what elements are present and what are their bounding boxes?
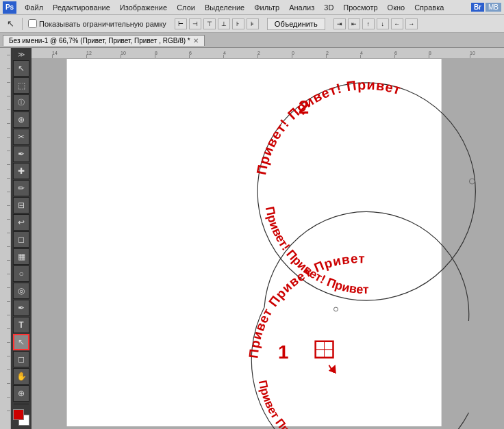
ruler-tick [7,356,10,356]
ruler-tick [7,68,10,69]
ruler-tick [7,369,10,370]
align-left-icon[interactable]: ⊢ [175,18,187,29]
ruler-tick [7,315,10,315]
ruler-label: 10 [470,51,475,55]
blur-tool[interactable]: ○ [13,265,29,282]
ps-logo: Ps [3,1,16,14]
ruler-tick [155,55,155,58]
dist-r-icon[interactable]: → [405,18,418,29]
zoom-tool[interactable]: ⊕ [13,385,29,402]
ruler-tick [7,123,10,124]
canvas-svg: 2 Привет! Привет! Привет Привет! Привет!… [32,59,504,429]
align-top-icon[interactable]: ⊥ [218,18,230,29]
doc-tab-close[interactable]: ✕ [193,37,199,44]
doc-tab[interactable]: Без имени-1 @ 66,7% (Привет, Привет, При… [3,35,205,46]
shape-tool[interactable]: ◻ [13,351,29,367]
ruler-tick [7,96,10,96]
dist-v-icon[interactable]: ⇤ [348,18,360,29]
ruler-tick [326,55,327,58]
unite-button[interactable]: Объединить [267,18,325,30]
ruler-tick [394,55,395,58]
ruler-tick [7,301,10,302]
ruler-top: 14 12 10 8 6 4 2 0 2 4 6 8 10 [32,48,504,59]
eyedropper-tool[interactable]: ✒ [13,146,29,162]
foreground-color-swatch[interactable] [13,409,24,420]
menu-3d[interactable]: 3D [320,2,338,13]
path-select-tool[interactable]: ↖ [13,334,29,350]
align-center-icon[interactable]: ⊣ [189,18,201,29]
ruler-tick [470,55,470,58]
ruler-tick [429,55,429,58]
align-bottom-icon[interactable]: ⊧ [247,18,259,29]
lasso-tool[interactable]: ⓛ [13,94,29,111]
arrow-tool-icon: ↖ [4,18,16,30]
ruler-label: 12 [86,51,92,55]
move-tool[interactable]: ↖ [13,60,29,77]
menu-select[interactable]: Выделение [201,2,249,13]
eraser-tool[interactable]: ◻ [13,231,29,248]
menu-view[interactable]: Просмотр [339,2,381,13]
ruler-tick [7,260,10,261]
menu-image[interactable]: Изображение [116,2,171,13]
menu-edit[interactable]: Редактирование [49,2,114,13]
history-brush-tool[interactable]: ↩ [13,214,29,231]
ruler-tick [7,205,10,206]
ruler-tick [7,137,10,138]
ruler-tick [7,383,10,384]
ruler-tick [360,55,361,58]
tab-bar: Без имени-1 @ 66,7% (Привет, Привет, При… [0,33,504,48]
ruler-tick [7,287,10,288]
gradient-tool[interactable]: ▦ [13,248,29,265]
heal-tool[interactable]: ✚ [13,163,29,179]
ruler-tick [7,192,10,192]
ruler-tick [86,55,87,58]
bounding-box-label[interactable]: Показывать ограничительную рамку [28,19,166,28]
menu-file[interactable]: Файл [21,2,47,13]
quick-select-tool[interactable]: ⊕ [13,112,29,128]
marquee-tool[interactable]: ⬚ [13,77,29,94]
dodge-tool[interactable]: ◎ [13,283,29,299]
align-middle-icon[interactable]: ⊦ [232,18,244,29]
circle-2-handle [469,179,475,184]
color-swatches[interactable] [13,409,29,426]
circle-1-number: 1 [278,341,289,363]
bounding-box-checkbox[interactable] [28,19,37,28]
ruler-tick [223,55,224,58]
menu-window[interactable]: Окно [383,2,410,13]
ruler-tick [7,164,10,165]
crop-tool[interactable]: ✂ [13,129,29,145]
ruler-tick [7,178,10,179]
ruler-tick [292,55,292,58]
dist-h-icon[interactable]: ⇥ [333,18,346,29]
menu-filter[interactable]: Фильтр [250,2,284,13]
pen-tool[interactable]: ✒ [13,300,29,316]
ruler-tick [7,274,10,274]
hand-tool[interactable]: ✋ [13,368,29,385]
align-right-icon[interactable]: ⊤ [203,18,216,29]
doc-tab-title: Без имени-1 @ 66,7% (Привет, Привет, При… [9,37,190,44]
stamp-tool[interactable]: ⊟ [13,197,29,213]
menu-help[interactable]: Справка [410,2,448,13]
br-badge: Br [471,3,484,12]
panel-toggle[interactable]: ≫ [18,51,25,58]
ruler-tick [7,109,10,110]
mb-badge: MB [486,3,501,12]
menu-analysis[interactable]: Анализ [285,2,318,13]
doc-page [67,59,442,426]
brush-tool[interactable]: ✏ [13,180,29,196]
ruler-left [0,48,11,429]
ruler-tick [7,328,10,329]
align-icons: ⊢ ⊣ ⊤ ⊥ ⊦ ⊧ [175,18,259,29]
dist-top-icon[interactable]: ↑ [362,18,375,29]
menu-layers[interactable]: Слои [173,2,199,13]
text-tool[interactable]: T [13,317,29,333]
ruler-tick [7,397,10,398]
ruler-tick [7,411,10,411]
ruler-tick [7,219,10,220]
dist-bot-icon[interactable]: ↓ [377,18,389,29]
workspace: ≫ ↖ ⬚ ⓛ ⊕ ✂ ✒ ✚ ✏ ⊟ ↩ ◻ ▦ ○ ◎ ✒ T ↖ ◻ ✋ … [0,48,504,429]
dist-l-icon[interactable]: ← [391,18,403,29]
ruler-tick [7,233,10,233]
ruler-tick [7,82,10,83]
tool-separator [14,404,29,404]
